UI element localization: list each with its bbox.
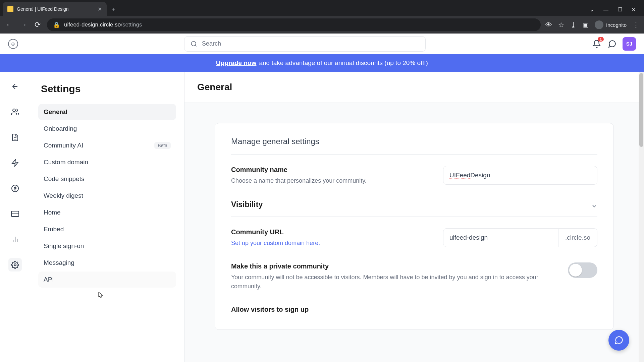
maximize-icon[interactable]: ❐ (618, 7, 622, 13)
sidebar-item-embed[interactable]: Embed (38, 221, 176, 237)
visibility-section[interactable]: Visibility ⌄ (231, 200, 597, 217)
community-name-input[interactable]: UIFeed Design (443, 166, 597, 185)
custom-domain-link[interactable]: Set up your custom domain here. (231, 239, 430, 248)
browser-menu-icon[interactable]: ⋮ (633, 21, 639, 29)
svg-point-0 (192, 41, 196, 46)
tab-title: General | UIFeed Design (17, 6, 94, 12)
chat-bubble-icon (614, 336, 624, 345)
app-logo[interactable]: ⊕ (8, 39, 18, 49)
private-toggle[interactable] (568, 262, 597, 278)
chevron-down-icon: ⌄ (591, 200, 597, 209)
url-text: uifeed-design.circle.so/settings (64, 21, 142, 28)
forward-button[interactable]: → (19, 20, 28, 29)
help-chat-button[interactable] (608, 330, 629, 351)
card-title: Manage general settings (231, 137, 597, 155)
upgrade-link[interactable]: Upgrade now (216, 59, 256, 67)
chat-icon (608, 40, 616, 48)
tab-favicon (7, 6, 13, 12)
settings-sidebar: Settings General Onboarding Community AI… (30, 72, 184, 362)
svg-point-13 (14, 264, 16, 266)
close-window-icon[interactable]: ✕ (632, 7, 636, 13)
back-button[interactable]: ← (5, 20, 14, 29)
sidebar-item-api[interactable]: API (38, 272, 176, 288)
search-input[interactable]: Search (184, 36, 426, 52)
browser-tab[interactable]: General | UIFeed Design ✕ (3, 2, 107, 16)
rail-members-icon[interactable] (8, 105, 22, 119)
beta-badge: Beta (154, 142, 171, 149)
address-bar[interactable]: 🔒 uifeed-design.circle.so/settings (47, 18, 541, 31)
svg-line-1 (195, 45, 197, 46)
svg-rect-8 (11, 211, 19, 217)
sidebar-item-weekly-digest[interactable]: Weekly digest (38, 188, 176, 204)
svg-marker-6 (12, 160, 18, 166)
sidebar-item-messaging[interactable]: Messaging (38, 255, 176, 271)
allow-visitors-field: Allow visitors to sign up (231, 306, 597, 316)
sidebar-item-onboarding[interactable]: Onboarding (38, 121, 176, 137)
sidebar-item-community-ai[interactable]: Community AIBeta (38, 137, 176, 154)
content-area: General Manage general settings Communit… (184, 72, 644, 362)
url-suffix: .circle.so (558, 228, 597, 247)
rail-analytics-icon[interactable] (8, 233, 22, 246)
community-name-field: Community name Choose a name that person… (231, 166, 597, 185)
tab-close-icon[interactable]: ✕ (98, 6, 102, 12)
rail-back-button[interactable] (8, 80, 22, 93)
svg-point-3 (13, 109, 15, 112)
settings-title: Settings (38, 83, 176, 95)
private-label: Make this a private community (231, 262, 554, 270)
search-icon (191, 41, 197, 47)
community-url-input[interactable] (443, 228, 558, 247)
minimize-icon[interactable]: ― (603, 7, 608, 13)
sidebar-item-code-snippets[interactable]: Code snippets (38, 171, 176, 187)
community-name-label: Community name (231, 166, 430, 174)
rail-billing-icon[interactable] (8, 182, 22, 195)
browser-toolbar: ← → ⟳ 🔒 uifeed-design.circle.so/settings… (0, 16, 644, 34)
browser-tab-strip: General | UIFeed Design ✕ + ⌄ ― ❐ ✕ (0, 0, 644, 16)
messages-button[interactable] (607, 39, 617, 49)
banner-text: and take advantage of our annual discoun… (259, 59, 428, 67)
sidebar-item-sso[interactable]: Single sign-on (38, 238, 176, 254)
allow-visitors-label: Allow visitors to sign up (231, 306, 597, 313)
rail-automation-icon[interactable] (8, 156, 22, 170)
private-desc: Your community will not be accessible to… (231, 273, 554, 291)
eye-off-icon[interactable]: 👁 (545, 21, 552, 29)
lock-icon: 🔒 (53, 21, 60, 28)
sidebar-item-home[interactable]: Home (38, 204, 176, 221)
user-avatar[interactable]: SJ (623, 37, 636, 51)
community-url-field: Community URL Set up your custom domain … (231, 228, 597, 248)
settings-card: Manage general settings Community name C… (215, 123, 614, 330)
page-title: General (197, 82, 631, 93)
reload-button[interactable]: ⟳ (33, 20, 42, 29)
icon-rail (0, 72, 30, 362)
window-controls: ⌄ ― ❐ ✕ (590, 7, 644, 16)
incognito-badge: Incognito (595, 20, 627, 29)
private-community-field: Make this a private community Your commu… (231, 262, 597, 291)
scrollbar[interactable] (639, 72, 644, 362)
community-name-desc: Choose a name that personalizes your com… (231, 176, 430, 185)
app-header: ⊕ Search 1 SJ (0, 34, 644, 54)
new-tab-button[interactable]: + (107, 6, 120, 13)
downloads-icon[interactable]: ⭳ (570, 21, 577, 29)
main-area: Settings General Onboarding Community AI… (0, 72, 644, 362)
notifications-button[interactable]: 1 (592, 39, 602, 49)
content-header: General (184, 72, 644, 103)
rail-content-icon[interactable] (8, 131, 22, 144)
sidebar-item-general[interactable]: General (38, 104, 176, 120)
rail-payments-icon[interactable] (8, 207, 22, 221)
incognito-icon (595, 20, 603, 29)
bookmark-icon[interactable]: ☆ (558, 21, 564, 29)
notification-badge: 1 (598, 37, 604, 42)
community-url-label: Community URL (231, 228, 430, 236)
tab-search-icon[interactable]: ⌄ (590, 7, 594, 13)
extensions-icon[interactable]: ▣ (583, 21, 589, 28)
sidebar-item-custom-domain[interactable]: Custom domain (38, 154, 176, 170)
upgrade-banner: Upgrade now and take advantage of our an… (0, 54, 644, 72)
rail-settings-icon[interactable] (8, 258, 22, 272)
